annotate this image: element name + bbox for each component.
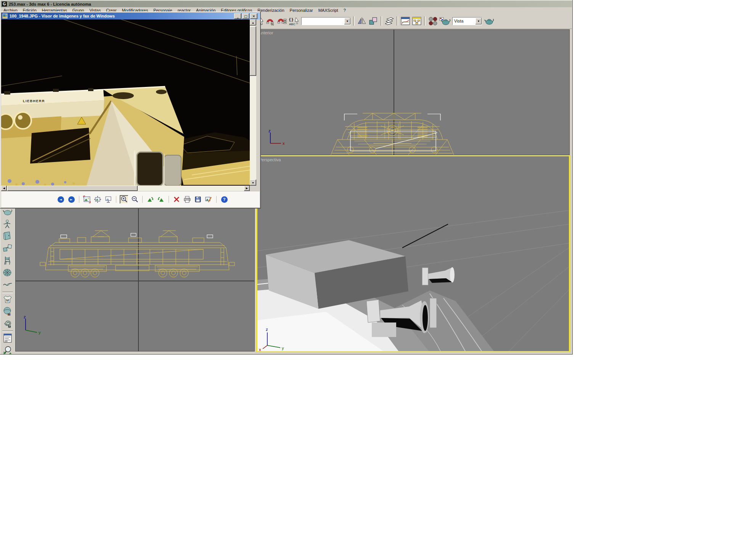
best-fit-button[interactable]: [83, 195, 91, 204]
minimize-button[interactable]: _: [234, 13, 241, 19]
wheel-icon[interactable]: [2, 267, 13, 278]
side-toolbar-separator: [2, 292, 13, 293]
menu-ayuda[interactable]: ?: [341, 8, 349, 13]
scroll-down-icon[interactable]: ▼: [250, 180, 256, 186]
wireframe-side-view: [35, 227, 241, 284]
linked-objects-icon[interactable]: [2, 243, 13, 254]
toolbar-separator: [397, 16, 398, 26]
viewport-perspective-label[interactable]: Perspectiva: [259, 157, 281, 162]
layer-stack-icon[interactable]: [384, 16, 394, 26]
vertical-scroll-thumb[interactable]: [250, 26, 256, 76]
liebherr-brand-text: LIEBHERR: [23, 99, 45, 103]
named-selection-dropdown[interactable]: ▼: [301, 17, 351, 25]
print-button[interactable]: [183, 195, 191, 204]
axis-x-label: x: [283, 141, 285, 146]
ball-material-icon[interactable]: M: [2, 306, 13, 317]
chair-icon[interactable]: [2, 255, 13, 266]
max-titlebar[interactable]: G 253.max - 3ds max 6 - Licencia autónom…: [1, 1, 572, 7]
curve-icon[interactable]: [2, 279, 13, 290]
edit-named-selections-icon[interactable]: { }ABC: [288, 16, 300, 26]
svg-text:M: M: [6, 298, 9, 302]
render-type-dropdown[interactable]: Vista ▼: [452, 17, 482, 25]
axis-y-label: y: [282, 346, 284, 350]
headlight: [14, 112, 31, 129]
maximize-button[interactable]: □: [242, 13, 249, 19]
vertical-scrollbar[interactable]: ▲ ▼: [250, 19, 256, 186]
align-icon[interactable]: [368, 16, 378, 26]
save-copy-button[interactable]: [194, 195, 202, 204]
toolbar-separator: [79, 196, 79, 203]
viewer-window-title: 100_1948.JPG - Visor de imágenes y fax d…: [10, 14, 115, 18]
toolbar-separator: [169, 196, 169, 203]
character-icon[interactable]: [2, 218, 13, 229]
spinner-snap-magnet-icon[interactable]: [277, 16, 287, 26]
toolbar-separator: [216, 196, 217, 203]
svg-text:M: M: [8, 313, 11, 316]
menu-maxscript[interactable]: MAXScript: [316, 8, 341, 13]
cab-door: [135, 151, 181, 186]
axis-z-label: z: [266, 327, 268, 332]
shaded-model-view: z y x: [257, 156, 569, 351]
help-button[interactable]: ?: [220, 195, 228, 204]
axis-x-label: x: [259, 347, 261, 351]
scroll-left-icon[interactable]: ◀: [1, 186, 7, 191]
scrollbar-corner: [250, 186, 260, 191]
curve-editor-icon[interactable]: [400, 16, 410, 26]
schematic-view-icon[interactable]: [412, 16, 422, 26]
menu-personalizar[interactable]: Personalizar: [287, 8, 316, 13]
scroll-up-icon[interactable]: ▲: [250, 19, 256, 26]
quick-render-teapot-icon[interactable]: [484, 16, 495, 26]
axis-z-label: z: [268, 130, 271, 133]
toolbar-separator: [353, 16, 355, 26]
delete-button[interactable]: [172, 195, 181, 204]
dropdown-arrow-icon[interactable]: ▼: [476, 18, 482, 24]
rollout-panel-icon[interactable]: [2, 333, 13, 343]
shirt-material-icon[interactable]: M: [2, 294, 13, 305]
axis-z-label: z: [24, 316, 26, 319]
axis-tripod: z y: [20, 316, 45, 335]
svg-text:ABC: ABC: [289, 22, 296, 26]
photo-canvas: LIEBHERR: [1, 19, 250, 186]
toolbar-separator: [424, 16, 426, 26]
close-button[interactable]: ✕: [250, 13, 257, 19]
start-slideshow-button[interactable]: [104, 195, 112, 204]
max-app-icon: G: [2, 2, 7, 6]
horizontal-scroll-thumb[interactable]: [7, 186, 138, 191]
actual-size-button[interactable]: [93, 195, 102, 204]
axis-tripod: z x: [264, 130, 291, 147]
material-editor-icon[interactable]: [428, 16, 438, 26]
horizontal-scrollbar[interactable]: ◀ ▶: [1, 186, 250, 191]
zoom-out-button[interactable]: [130, 195, 139, 204]
scroll-right-icon[interactable]: ▶: [244, 186, 250, 191]
spiral-material-icon[interactable]: M: [2, 318, 13, 329]
desktop: G 253.max - 3ds max 6 - Licencia autónom…: [0, 0, 747, 560]
dropdown-arrow-icon[interactable]: ▼: [344, 18, 350, 24]
toolbar-separator: [116, 196, 116, 203]
wireframe-front-view: [328, 111, 457, 155]
svg-text:%: %: [271, 22, 274, 26]
toolbar-separator: [142, 196, 143, 203]
render-type-value: Vista: [454, 19, 463, 23]
percent-snap-magnet-icon[interactable]: %: [265, 16, 275, 26]
mirror-icon[interactable]: [357, 16, 367, 26]
next-image-button[interactable]: ►: [67, 195, 76, 204]
previous-image-button[interactable]: ◄: [56, 195, 65, 204]
edit-button[interactable]: [204, 195, 213, 204]
viewport-perspective[interactable]: Perspectiva: [256, 155, 570, 352]
viewer-toolbar: ◄ ►: [1, 191, 260, 207]
render-scene-teapot-icon[interactable]: [439, 16, 451, 26]
viewer-app-icon: [2, 13, 8, 19]
viewport-front[interactable]: Anterior: [257, 29, 570, 155]
door-icon[interactable]: [2, 231, 13, 241]
side-toolbar-separator: [2, 331, 13, 332]
viewer-titlebar[interactable]: 100_1948.JPG - Visor de imágenes y fax d…: [1, 13, 260, 19]
headlight: [1, 114, 13, 129]
toolbar-separator: [381, 16, 382, 26]
max-window-title: 253.max - 3ds max 6 - Licencia autónoma: [9, 2, 91, 6]
zoom-region-icon[interactable]: [2, 345, 13, 356]
rotate-clockwise-button[interactable]: [157, 195, 165, 204]
rotate-counterclockwise-button[interactable]: [146, 195, 154, 204]
svg-text:{ }: { }: [289, 17, 293, 22]
viewer-window: 100_1948.JPG - Visor de imágenes y fax d…: [0, 11, 261, 209]
zoom-in-button[interactable]: [120, 195, 128, 204]
